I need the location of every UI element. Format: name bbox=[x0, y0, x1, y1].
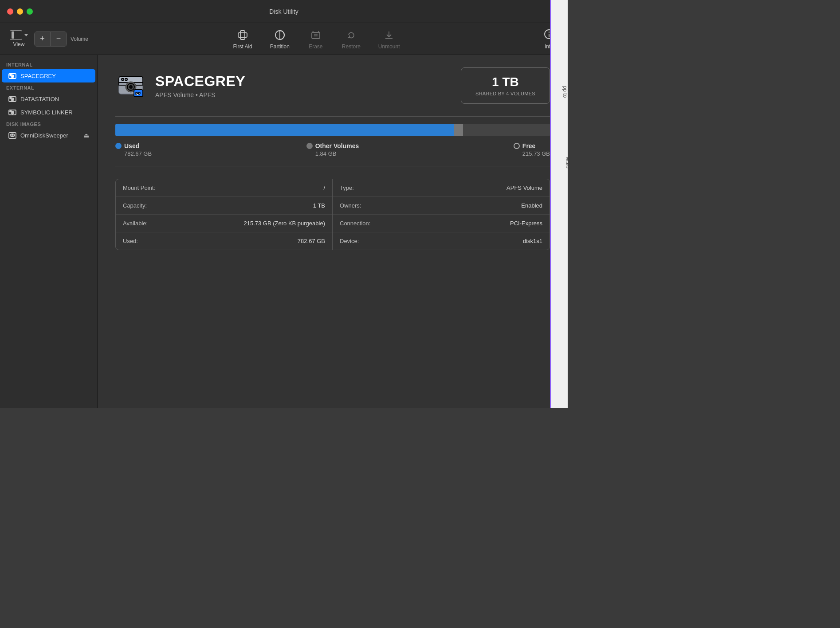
svg-rect-17 bbox=[10, 75, 12, 75]
view-button[interactable]: View bbox=[5, 27, 32, 50]
info-val: Enabled bbox=[521, 202, 542, 209]
other-value: 1.84 GB bbox=[306, 150, 337, 157]
info-table: Mount Point:/Capacity:1 TBAvailable:215.… bbox=[115, 179, 550, 250]
remove-volume-button[interactable]: − bbox=[51, 32, 67, 46]
sidebar-item-datastation-label: DATASTATION bbox=[20, 96, 59, 102]
svg-rect-36 bbox=[122, 78, 124, 80]
svg-point-40 bbox=[138, 92, 140, 94]
zoom-button[interactable] bbox=[27, 8, 33, 15]
add-remove-group: + − bbox=[34, 31, 67, 47]
volume-label: Volume bbox=[71, 36, 88, 42]
chevron-down-icon bbox=[24, 34, 28, 36]
disk-images-section-label: Disk Images bbox=[0, 119, 97, 129]
table-row: Device:disk1s1 bbox=[333, 232, 550, 250]
right-edge-text-top: pp to bbox=[562, 86, 568, 98]
close-button[interactable] bbox=[7, 8, 13, 15]
info-key: Type: bbox=[340, 184, 354, 191]
restore-label: Restore bbox=[342, 43, 361, 50]
unmount-icon bbox=[382, 28, 396, 42]
erase-button[interactable]: Erase bbox=[300, 26, 331, 52]
info-val: 215.73 GB (Zero KB purgeable) bbox=[243, 220, 325, 227]
info-col-left: Mount Point:/Capacity:1 TBAvailable:215.… bbox=[116, 179, 333, 250]
sidebar-item-spacegrey[interactable]: SPACEGREY bbox=[2, 69, 95, 82]
restore-button[interactable]: Restore bbox=[335, 26, 368, 52]
legend-used: Used 782.67 GB bbox=[115, 142, 152, 157]
other-label: Other Volumes bbox=[315, 142, 359, 149]
volume-size-label: SHARED BY 4 VOLUMES bbox=[475, 91, 535, 96]
volume-size-number: 1 TB bbox=[475, 75, 535, 89]
info-key: Available: bbox=[123, 220, 148, 227]
svg-point-35 bbox=[130, 86, 132, 88]
svg-point-16 bbox=[12, 76, 13, 77]
sidebar-item-datastation[interactable]: DATASTATION bbox=[2, 92, 95, 106]
internal-section-label: Internal bbox=[0, 59, 97, 69]
volume-size-box: 1 TB SHARED BY 4 VOLUMES bbox=[461, 67, 550, 104]
svg-point-13 bbox=[549, 31, 550, 32]
legend-free: Free 215.73 GB bbox=[514, 142, 550, 157]
used-label: Used bbox=[124, 142, 139, 149]
sidebar-item-omnidisk[interactable]: OmniDiskSweeper ⏏ bbox=[2, 129, 95, 142]
info-val: PCI-Express bbox=[510, 220, 542, 227]
sidebar-item-symbolic[interactable]: SYMBOLIC LINKER bbox=[2, 106, 95, 119]
partition-label: Partition bbox=[270, 43, 290, 50]
svg-point-28 bbox=[12, 135, 13, 136]
free-dot bbox=[514, 143, 520, 149]
storage-divider bbox=[115, 166, 550, 166]
svg-point-20 bbox=[12, 99, 13, 100]
restore-icon bbox=[345, 28, 358, 42]
bar-free bbox=[463, 124, 550, 136]
svg-rect-1 bbox=[238, 33, 247, 37]
erase-icon bbox=[309, 28, 322, 42]
unmount-button[interactable]: Unmount bbox=[371, 26, 407, 52]
window-title: Disk Utility bbox=[269, 8, 298, 15]
info-val: 1 TB bbox=[313, 202, 325, 209]
volume-header: SPACEGREY APFS Volume • APFS 1 TB SHARED… bbox=[115, 67, 550, 104]
unmount-label: Unmount bbox=[378, 43, 400, 50]
partition-icon bbox=[273, 28, 287, 42]
table-row: Type:APFS Volume bbox=[333, 179, 550, 197]
free-value: 215.73 GB bbox=[514, 150, 550, 157]
svg-rect-4 bbox=[312, 32, 320, 39]
svg-rect-0 bbox=[240, 31, 245, 39]
eject-icon[interactable]: ⏏ bbox=[83, 132, 89, 139]
info-val: 782.67 GB bbox=[298, 238, 325, 244]
volume-subtitle: APFS Volume • APFS bbox=[155, 91, 461, 98]
volume-info: SPACEGREY APFS Volume • APFS bbox=[155, 73, 461, 98]
table-row: Connection:PCI-Express bbox=[333, 215, 550, 232]
sidebar-item-spacegrey-label: SPACEGREY bbox=[20, 73, 56, 79]
sidebar-item-omnidisk-label: OmniDiskSweeper bbox=[20, 132, 68, 139]
partition-button[interactable]: Partition bbox=[263, 26, 297, 52]
table-row: Owners:Enabled bbox=[333, 197, 550, 215]
storage-legend: Used 782.67 GB Other Volumes 1.84 GB Fre… bbox=[115, 142, 550, 157]
bar-other bbox=[454, 124, 463, 136]
svg-point-24 bbox=[12, 112, 13, 113]
svg-rect-21 bbox=[10, 98, 12, 98]
table-row: Mount Point:/ bbox=[116, 179, 332, 197]
first-aid-button[interactable]: First Aid bbox=[226, 26, 259, 52]
info-key: Mount Point: bbox=[123, 184, 155, 191]
info-key: Used: bbox=[123, 238, 138, 244]
storage-bar-container: Used 782.67 GB Other Volumes 1.84 GB Fre… bbox=[115, 124, 550, 157]
svg-rect-37 bbox=[125, 78, 127, 80]
svg-point-39 bbox=[136, 92, 137, 94]
free-label: Free bbox=[522, 142, 536, 149]
info-key: Owners: bbox=[340, 202, 361, 209]
content-area: SPACEGREY APFS Volume • APFS 1 TB SHARED… bbox=[98, 55, 568, 408]
add-volume-button[interactable]: + bbox=[35, 32, 51, 46]
used-dot bbox=[115, 143, 122, 149]
info-key: Capacity: bbox=[123, 202, 147, 209]
toolbar: View + − Volume First Aid bbox=[0, 23, 568, 55]
right-edge-text-bottom: ecko bbox=[564, 157, 568, 168]
minimize-button[interactable] bbox=[17, 8, 23, 15]
used-value: 782.67 GB bbox=[115, 150, 152, 157]
toolbar-center: First Aid Partition bbox=[97, 26, 536, 52]
view-label: View bbox=[13, 41, 25, 47]
info-key: Device: bbox=[340, 238, 359, 244]
main-container: Internal SPACEGREY External DATASTATION bbox=[0, 55, 568, 408]
other-dot bbox=[306, 143, 313, 149]
info-col-right: Type:APFS VolumeOwners:EnabledConnection… bbox=[333, 179, 550, 250]
table-row: Capacity:1 TB bbox=[116, 197, 332, 215]
storage-bar bbox=[115, 124, 550, 136]
info-val: APFS Volume bbox=[506, 184, 542, 191]
volume-name: SPACEGREY bbox=[155, 73, 461, 90]
